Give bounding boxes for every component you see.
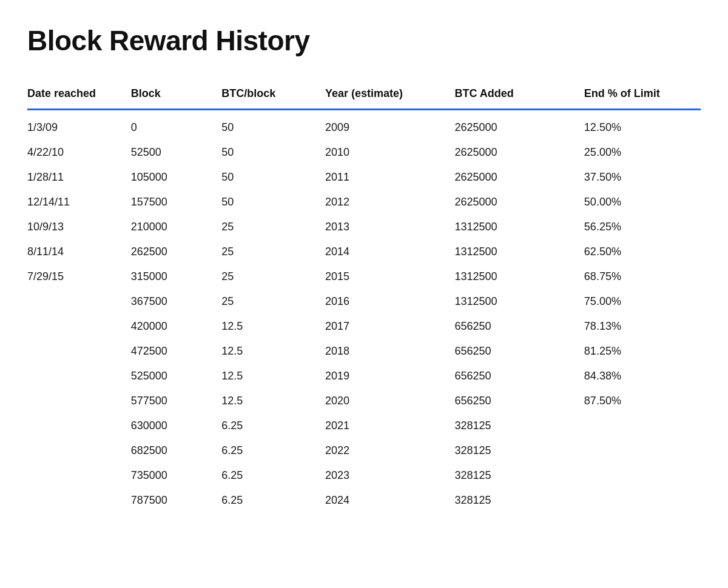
cell-year: 2014 [325,239,454,264]
table-row: 6300006.252021328125 [27,413,701,438]
table-row: 12/14/11157500502012262500050.00% [27,190,701,215]
cell-date [27,339,131,364]
col-header-year: Year (estimate) [325,81,454,110]
table-row: 57750012.5202065625087.50% [27,389,701,413]
table-header-row: Date reachedBlockBTC/blockYear (estimate… [27,81,701,110]
cell-date: 4/22/10 [27,140,131,165]
cell-endlimit: 68.75% [584,264,701,289]
cell-endlimit [584,438,701,463]
table-row: 47250012.5201865625081.25% [27,339,701,364]
cell-btcblock: 12.5 [221,389,325,413]
cell-year: 2012 [325,190,454,215]
cell-date: 10/9/13 [27,215,131,239]
cell-btcblock: 6.25 [221,488,325,513]
cell-btcadded: 328125 [454,488,584,513]
cell-btcadded: 656250 [454,364,584,389]
cell-btcblock: 25 [221,264,325,289]
cell-endlimit: 84.38% [584,364,701,389]
table-row: 6825006.252022328125 [27,438,701,463]
cell-block: 472500 [131,339,221,364]
cell-btcadded: 1312500 [454,239,584,264]
col-header-endlimit: End % of Limit [584,81,701,110]
cell-date [27,413,131,438]
table-row: 7875006.252024328125 [27,488,701,513]
cell-btcblock: 25 [221,239,325,264]
cell-block: 210000 [131,215,221,239]
cell-btcadded: 2625000 [454,110,584,141]
cell-year: 2016 [325,289,454,314]
cell-btcadded: 1312500 [454,289,584,314]
cell-btcadded: 328125 [454,438,584,463]
cell-date: 1/3/09 [27,110,131,141]
cell-block: 105000 [131,165,221,190]
cell-btcblock: 12.5 [221,339,325,364]
cell-endlimit: 25.00% [584,140,701,165]
cell-endlimit: 37.50% [584,165,701,190]
cell-block: 420000 [131,314,221,339]
cell-block: 630000 [131,413,221,438]
cell-date: 1/28/11 [27,165,131,190]
cell-year: 2011 [325,165,454,190]
table-row: 42000012.5201765625078.13% [27,314,701,339]
cell-endlimit: 81.25% [584,339,701,364]
table-row: 10/9/13210000252013131250056.25% [27,215,701,239]
cell-year: 2013 [325,215,454,239]
cell-btcadded: 1312500 [454,264,584,289]
table-row: 4/22/1052500502010262500025.00% [27,140,701,165]
cell-block: 682500 [131,438,221,463]
table-row: 7350006.252023328125 [27,463,701,488]
cell-btcblock: 6.25 [221,438,325,463]
cell-endlimit: 62.50% [584,239,701,264]
cell-year: 2017 [325,314,454,339]
cell-date: 8/11/14 [27,239,131,264]
cell-btcblock: 50 [221,110,325,141]
cell-date [27,364,131,389]
cell-year: 2021 [325,413,454,438]
table-row: 367500252016131250075.00% [27,289,701,314]
cell-block: 52500 [131,140,221,165]
cell-endlimit: 12.50% [584,110,701,141]
cell-btcadded: 656250 [454,314,584,339]
block-reward-table: Date reachedBlockBTC/blockYear (estimate… [27,81,701,513]
cell-btcblock: 6.25 [221,413,325,438]
cell-endlimit: 50.00% [584,190,701,215]
cell-block: 787500 [131,488,221,513]
cell-date: 7/29/15 [27,264,131,289]
cell-block: 262500 [131,239,221,264]
table-row: 52500012.5201965625084.38% [27,364,701,389]
cell-date [27,314,131,339]
cell-endlimit [584,488,701,513]
cell-btcblock: 50 [221,165,325,190]
cell-btcadded: 2625000 [454,140,584,165]
cell-btcadded: 656250 [454,339,584,364]
cell-btcadded: 2625000 [454,190,584,215]
cell-date: 12/14/11 [27,190,131,215]
cell-block: 735000 [131,463,221,488]
table-row: 7/29/15315000252015131250068.75% [27,264,701,289]
cell-btcadded: 656250 [454,389,584,413]
cell-btcblock: 12.5 [221,364,325,389]
cell-btcadded: 2625000 [454,165,584,190]
cell-endlimit: 78.13% [584,314,701,339]
cell-btcblock: 50 [221,140,325,165]
cell-endlimit [584,463,701,488]
cell-date [27,289,131,314]
cell-btcblock: 50 [221,190,325,215]
cell-year: 2022 [325,438,454,463]
table-row: 1/28/11105000502011262500037.50% [27,165,701,190]
cell-year: 2010 [325,140,454,165]
cell-date [27,438,131,463]
cell-endlimit [584,413,701,438]
cell-date [27,389,131,413]
table-row: 1/3/090502009262500012.50% [27,110,701,141]
col-header-block: Block [131,81,221,110]
cell-btcadded: 328125 [454,413,584,438]
col-header-btcblock: BTC/block [221,81,325,110]
col-header-btcadded: BTC Added [454,81,584,110]
cell-block: 157500 [131,190,221,215]
cell-endlimit: 75.00% [584,289,701,314]
cell-block: 577500 [131,389,221,413]
table-row: 8/11/14262500252014131250062.50% [27,239,701,264]
cell-year: 2009 [325,110,454,141]
cell-endlimit: 87.50% [584,389,701,413]
